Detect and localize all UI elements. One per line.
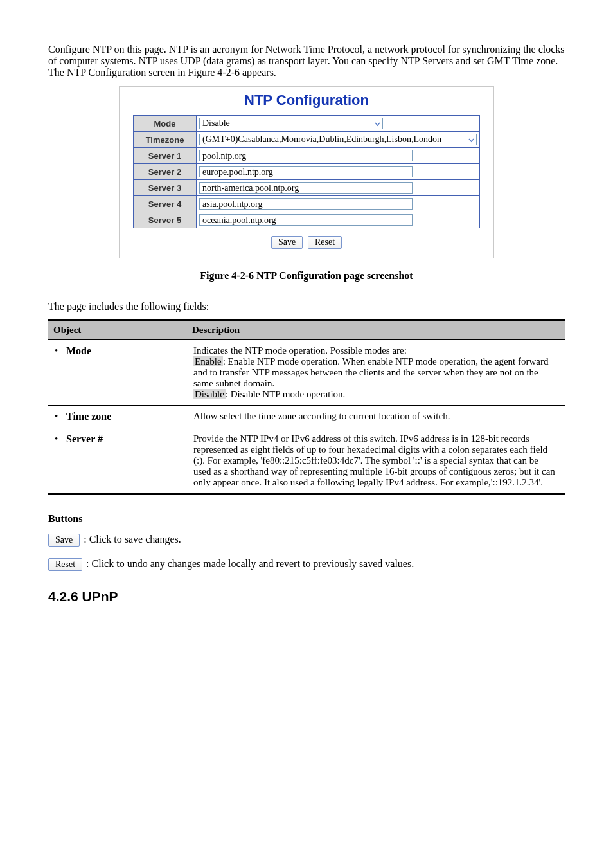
reset-button[interactable]: Reset	[308, 236, 342, 249]
server5-input[interactable]: oceania.pool.ntp.org	[199, 214, 413, 226]
screenshot-title: NTP Configuration	[120, 92, 493, 109]
desc-head-description: Description	[187, 320, 565, 340]
reset-button-sample[interactable]: Reset	[48, 558, 82, 571]
save-button[interactable]: Save	[271, 236, 303, 249]
timezone-select[interactable]: (GMT+0)Casablanca,Monrovia,Dublin,Edinbu…	[199, 134, 477, 145]
config-table: Mode Disable Timezone (GMT+0)Casablanca,…	[133, 115, 480, 228]
ntp-config-screenshot: NTP Configuration Mode Disable Timezone	[119, 86, 494, 258]
timezone-label: Timezone	[134, 132, 197, 148]
desc-row-mode-object: •Mode	[48, 340, 187, 406]
buttons-heading: Buttons	[48, 513, 565, 525]
mode-value: Disable	[202, 118, 230, 129]
section-heading: 4.2.6 UPnP	[48, 589, 565, 604]
desc-row-timezone-desc: Allow select the time zone according to …	[187, 406, 565, 428]
chevron-down-icon	[374, 120, 381, 127]
server3-input[interactable]: north-america.pool.ntp.org	[199, 182, 413, 194]
desc-row-mode-desc: Indicates the NTP mode operation. Possib…	[187, 340, 565, 406]
mode-select[interactable]: Disable	[199, 118, 383, 129]
server4-input[interactable]: asia.pool.ntp.org	[199, 198, 413, 210]
chevron-down-icon	[468, 136, 475, 143]
description-table: Object Description •Mode Indicates the N…	[48, 319, 565, 495]
mode-label: Mode	[134, 116, 197, 132]
server5-label: Server 5	[134, 212, 197, 228]
save-button-sample[interactable]: Save	[48, 534, 80, 547]
save-button-desc: : Click to save changes.	[84, 534, 181, 545]
desc-intro: The page includes the following fields:	[48, 301, 565, 312]
timezone-value: (GMT+0)Casablanca,Monrovia,Dublin,Edinbu…	[202, 134, 441, 145]
intro-text: Configure NTP on this page. NTP is an ac…	[48, 44, 565, 78]
server2-input[interactable]: europe.pool.ntp.org	[199, 166, 413, 177]
desc-head-object: Object	[48, 320, 187, 340]
server1-input[interactable]: pool.ntp.org	[199, 150, 413, 161]
server4-label: Server 4	[134, 196, 197, 212]
server3-label: Server 3	[134, 180, 197, 196]
reset-button-desc: : Click to undo any changes made locally…	[86, 558, 414, 570]
desc-row-server-object: •Server #	[48, 428, 187, 494]
desc-row-timezone-object: •Time zone	[48, 406, 187, 428]
desc-row-server-desc: Provide the NTP IPv4 or IPv6 address of …	[187, 428, 565, 494]
figure-caption: Figure 4-2-6 NTP Configuration page scre…	[48, 270, 565, 282]
server2-label: Server 2	[134, 164, 197, 180]
server1-label: Server 1	[134, 148, 197, 164]
